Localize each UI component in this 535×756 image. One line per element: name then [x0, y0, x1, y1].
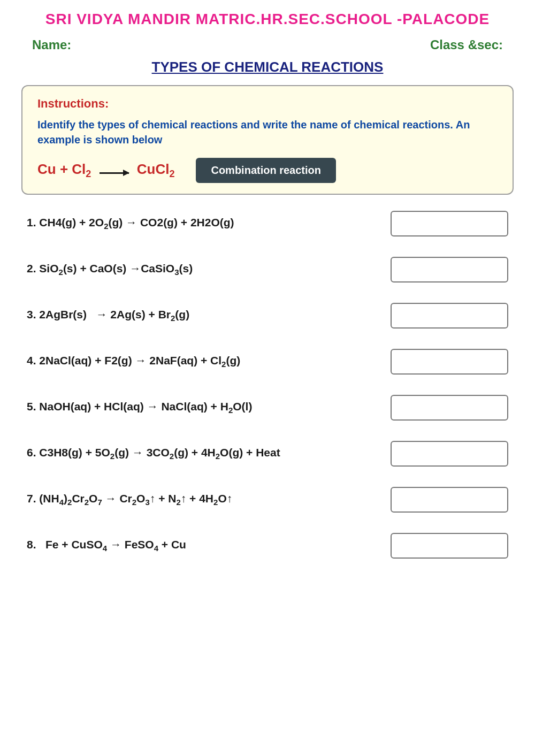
- reaction-equation-8: 8. Fe + CuSO4 → FeSO4 + Cu: [27, 538, 380, 553]
- reactions-section: 1. CH4(g) + 2O2(g) → CO2(g) + 2H2O(g) 2.…: [21, 211, 514, 559]
- reaction-equation-4: 4. 2NaCl(aq) + F2(g) → 2NaF(aq) + Cl2(g): [27, 354, 380, 369]
- page-title: TYPES OF CHEMICAL REACTIONS: [21, 59, 514, 75]
- school-title: SRI VIDYA MANDIR MATRIC.HR.SEC.SCHOOL -P…: [21, 11, 514, 28]
- name-label: Name:: [32, 37, 71, 52]
- answer-box-1[interactable]: [391, 211, 508, 236]
- answer-box-6[interactable]: [391, 441, 508, 467]
- name-class-row: Name: Class &sec:: [21, 37, 514, 52]
- reaction-equation-5: 5. NaOH(aq) + HCl(aq) → NaCl(aq) + H2O(l…: [27, 400, 380, 415]
- answer-box-2[interactable]: [391, 257, 508, 282]
- reaction-row: 1. CH4(g) + 2O2(g) → CO2(g) + 2H2O(g): [27, 211, 508, 236]
- instructions-box: Instructions: Identify the types of chem…: [21, 85, 514, 195]
- reaction-row: 7. (NH4)2Cr2O7 → Cr2O3↑ + N2↑ + 4H2O↑: [27, 487, 508, 513]
- answer-box-3[interactable]: [391, 303, 508, 329]
- reaction-row: 8. Fe + CuSO4 → FeSO4 + Cu: [27, 533, 508, 559]
- answer-box-5[interactable]: [391, 395, 508, 421]
- reaction-equation-3: 3. 2AgBr(s) → 2Ag(s) + Br2(g): [27, 308, 380, 323]
- reaction-row: 6. C3H8(g) + 5O2(g) → 3CO2(g) + 4H2O(g) …: [27, 441, 508, 467]
- answer-box-8[interactable]: [391, 533, 508, 559]
- reaction-equation-6: 6. C3H8(g) + 5O2(g) → 3CO2(g) + 4H2O(g) …: [27, 446, 380, 461]
- example-equation: Cu + Cl2 CuCl2: [37, 161, 174, 180]
- combination-badge: Combination reaction: [196, 158, 336, 183]
- reaction-row: 2. SiO2(s) + CaO(s) →CaSiO3(s): [27, 257, 508, 282]
- reaction-row: 3. 2AgBr(s) → 2Ag(s) + Br2(g): [27, 303, 508, 329]
- reaction-row: 4. 2NaCl(aq) + F2(g) → 2NaF(aq) + Cl2(g): [27, 349, 508, 375]
- instructions-heading: Instructions:: [37, 97, 498, 111]
- answer-box-4[interactable]: [391, 349, 508, 375]
- reaction-row: 5. NaOH(aq) + HCl(aq) → NaCl(aq) + H2O(l…: [27, 395, 508, 421]
- reaction-equation-1: 1. CH4(g) + 2O2(g) → CO2(g) + 2H2O(g): [27, 216, 380, 231]
- class-label: Class &sec:: [430, 37, 503, 52]
- reaction-equation-7: 7. (NH4)2Cr2O7 → Cr2O3↑ + N2↑ + 4H2O↑: [27, 492, 380, 507]
- instructions-text: Identify the types of chemical reactions…: [37, 117, 498, 147]
- reaction-equation-2: 2. SiO2(s) + CaO(s) →CaSiO3(s): [27, 262, 380, 277]
- answer-box-7[interactable]: [391, 487, 508, 513]
- example-row: Cu + Cl2 CuCl2 Combination reaction: [37, 158, 498, 183]
